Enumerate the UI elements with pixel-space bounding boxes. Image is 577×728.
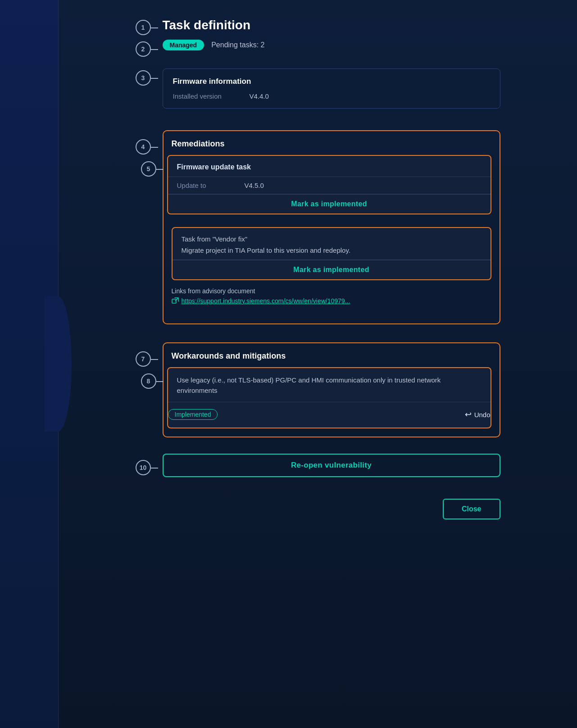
advisory-label: Links from advisory document (172, 287, 491, 295)
undo-label: Undo (474, 411, 491, 419)
vendor-task-source: Task from "Vendor fix" (182, 235, 482, 243)
connector-1 (151, 27, 158, 28)
installed-version-value: V4.4.0 (250, 92, 269, 100)
firmware-info-title: Firmware information (173, 77, 490, 86)
firmware-info-card: Firmware information Installed version V… (163, 68, 500, 109)
advisory-link[interactable]: https://support.industry.siemens.com/cs/… (172, 297, 491, 305)
advisory-links: Links from advisory document https://sup… (172, 287, 491, 305)
task1-detail-row: Update to V4.5.0 (168, 177, 491, 194)
svg-rect-0 (172, 299, 176, 303)
status-row: Managed Pending tasks: 2 (163, 40, 500, 50)
undo-icon: ↩ (465, 410, 472, 419)
connector-11 (491, 418, 491, 419)
connector-3 (151, 78, 158, 79)
connector-8 (156, 381, 164, 382)
managed-badge: Managed (163, 40, 204, 50)
connector-10 (151, 468, 158, 469)
remediations-section: Remediations 5 (163, 130, 500, 324)
workarounds-section: Workarounds and mitigations 8 Use legacy… (163, 342, 500, 437)
advisory-link-text: https://support.industry.siemens.com/cs/… (182, 297, 350, 305)
callout-4: 4 (136, 139, 151, 155)
callout-1: 1 (136, 20, 151, 35)
callout-5: 5 (141, 161, 156, 177)
reopen-vulnerability-button[interactable]: Re-open vulnerability (163, 454, 500, 477)
callout-8: 8 (141, 373, 156, 389)
page-wrapper: 1 Task definition 2 Managed Pending task… (0, 0, 577, 728)
sidebar-curve (45, 296, 72, 432)
page-title: Task definition (163, 18, 500, 32)
connector-9 (167, 418, 168, 419)
mark-implemented-btn-2[interactable]: Mark as implemented (173, 260, 491, 279)
connector-2 (151, 49, 158, 50)
close-btn-row: Close (131, 499, 500, 519)
external-link-icon (172, 297, 179, 305)
callout-10: 10 (136, 460, 151, 475)
task1-update-label: Update to (177, 182, 227, 189)
connector-4 (151, 147, 158, 148)
task1-update-value: V4.5.0 (245, 182, 264, 189)
vendor-task-card: Task from "Vendor fix" Migrate project i… (172, 227, 491, 280)
sidebar-accent (0, 0, 59, 728)
firmware-update-task-card: Firmware update task Update to V4.5.0 (167, 155, 491, 214)
undo-button[interactable]: ↩ Undo (465, 410, 491, 419)
task1-title: Firmware update task (177, 163, 482, 171)
connector-5 (156, 169, 164, 170)
workarounds-title: Workarounds and mitigations (172, 351, 491, 361)
implemented-badge: Implemented (168, 409, 218, 420)
remediations-title: Remediations (172, 139, 491, 149)
callout-2: 2 (136, 41, 151, 57)
workaround-footer: 9 Implemented ↩ Undo (168, 402, 491, 428)
callout-3: 3 (136, 70, 151, 86)
pending-tasks-text: Pending tasks: 2 (211, 41, 264, 49)
firmware-info-row: Installed version V4.4.0 (173, 92, 490, 100)
connector-7 (151, 359, 158, 360)
workaround-body: Use legacy (i.e., not TLS-based) PG/PC a… (168, 368, 491, 402)
callout-7: 7 (136, 351, 151, 367)
mark-implemented-btn-1[interactable]: Mark as implemented (168, 194, 491, 214)
workaround-card: Use legacy (i.e., not TLS-based) PG/PC a… (167, 367, 491, 428)
workaround-text: Use legacy (i.e., not TLS-based) PG/PC a… (177, 375, 482, 396)
installed-version-label: Installed version (173, 92, 232, 100)
close-button[interactable]: Close (443, 499, 500, 519)
vendor-task-desc: Migrate project in TIA Portal to this ve… (182, 246, 482, 254)
main-content: 1 Task definition 2 Managed Pending task… (127, 0, 514, 728)
